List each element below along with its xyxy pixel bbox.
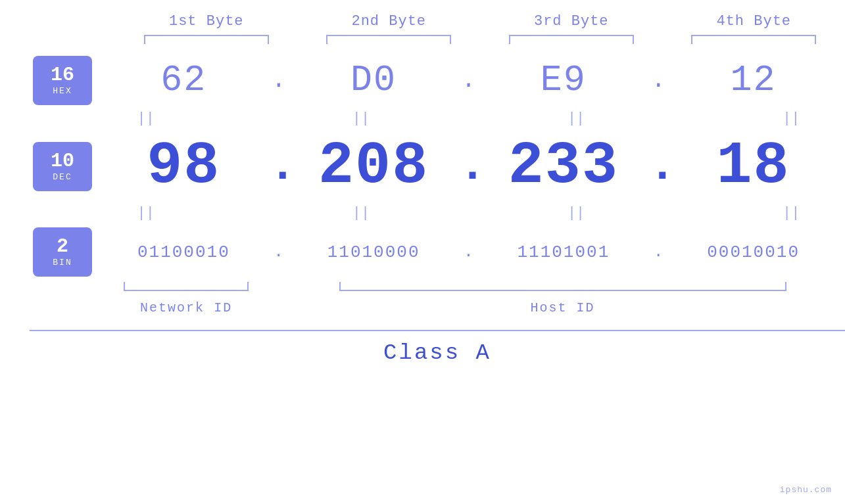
hex-byte2: D0 [289,60,459,101]
bin-byte3: 11101001 [479,242,649,262]
bin-byte2: 11010000 [289,242,459,262]
eq1-b4: || [737,105,845,133]
byte4-header: 4th Byte [663,13,846,30]
class-row: Class A [30,330,845,365]
eq2-b4: || [737,200,845,227]
dec-badge: 10 DEC [33,142,92,191]
eq1-d2 [415,112,523,126]
dec-dot3: . [648,141,668,193]
top-bracket-3 [509,35,634,44]
bracket-cell-1 [115,35,298,44]
byte1-header: 1st Byte [115,13,298,30]
host-id-inner: Host ID [280,282,845,315]
top-bracket-2 [326,35,451,44]
dec-base-label: DEC [53,172,72,182]
byte-headers: 1st Byte 2nd Byte 3rd Byte 4th Byte [30,13,845,30]
eq1-b1: || [92,105,200,133]
eq1-d3 [630,112,738,126]
watermark: ipshu.com [780,485,832,495]
dec-byte3: 233 [479,133,649,200]
dec-row: 10 DEC 98 . 208 . 233 . 18 [0,133,845,200]
dec-byte1: 98 [99,133,269,200]
hex-base-label: HEX [53,86,72,96]
eq2-b1: || [92,200,200,227]
bracket-cell-3 [480,35,663,44]
bin-values: 01100010 . 11010000 . 11101001 . 0001001… [92,242,845,262]
hex-row: 16 HEX 62 . D0 . E9 . 12 [0,56,845,105]
network-id-bracket [124,282,249,291]
top-brackets [30,35,845,44]
network-id-label: Network ID [140,300,232,315]
hex-byte3: E9 [479,60,649,101]
bin-byte4: 00010010 [668,242,838,262]
byte3-header: 3rd Byte [480,13,663,30]
dec-byte2: 208 [289,133,459,200]
eq2-b3: || [522,200,630,227]
dec-dot1: . [269,141,289,193]
network-id-bracket-cell: Network ID [92,282,280,315]
bin-dot2: . [459,243,479,261]
hex-badge: 16 HEX [33,56,92,105]
eq2-d3 [630,207,738,220]
bracket-label-cells: Network ID Host ID [92,282,845,315]
dec-dot2: . [459,141,479,193]
eq2-d2 [415,207,523,220]
bracket-cell-4 [663,35,846,44]
bin-base-number: 2 [57,237,68,256]
class-label: Class A [383,340,491,365]
network-id-inner: Network ID [92,282,280,315]
bin-badge: 2 BIN [33,227,92,277]
bracket-cell-2 [298,35,481,44]
bin-byte1: 01100010 [99,242,269,262]
top-bracket-1 [144,35,269,44]
dec-values: 98 . 208 . 233 . 18 [92,133,845,200]
hex-dot1: . [269,67,289,94]
top-bracket-4 [691,35,816,44]
bin-dot3: . [648,243,668,261]
hex-byte4: 12 [668,60,838,101]
host-id-label: Host ID [531,300,595,315]
bin-dot1: . [269,243,289,261]
main-container: 1st Byte 2nd Byte 3rd Byte 4th Byte 16 H… [0,0,845,504]
host-id-bracket [339,282,786,291]
bin-base-label: BIN [53,258,72,267]
hex-dot3: . [648,67,668,94]
dec-byte4: 18 [668,133,838,200]
eq1-d1 [200,112,308,126]
bottom-bracket-area: Network ID Host ID [0,282,845,315]
bin-row: 2 BIN 01100010 . 11010000 . 11101001 . 0… [0,227,845,277]
eq1-b2: || [307,105,415,133]
equals-row-2: || || || || [0,200,845,227]
byte2-header: 2nd Byte [298,13,481,30]
eq2-d1 [200,207,308,220]
hex-values: 62 . D0 . E9 . 12 [92,60,845,101]
hex-base-number: 16 [51,65,74,85]
equals-row-1: || || || || [0,105,845,133]
hex-dot2: . [459,67,479,94]
eq2-b2: || [307,200,415,227]
dec-base-number: 10 [51,151,74,171]
hex-byte1: 62 [99,60,269,101]
host-id-bracket-cell: Host ID [280,282,845,315]
eq1-b3: || [522,105,630,133]
